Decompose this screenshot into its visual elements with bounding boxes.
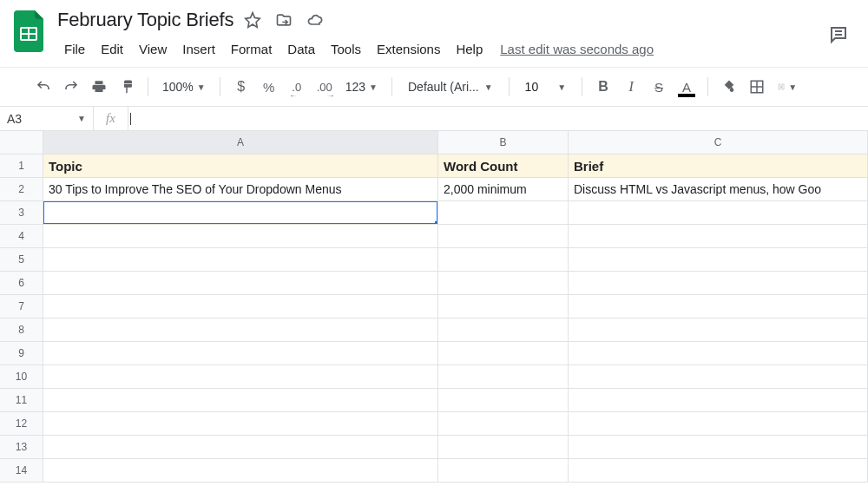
cell[interactable] bbox=[569, 436, 868, 459]
row-header[interactable]: 12 bbox=[0, 412, 43, 436]
cell[interactable] bbox=[43, 319, 438, 342]
currency-button[interactable]: $ bbox=[229, 75, 253, 99]
cell[interactable] bbox=[438, 248, 569, 272]
cell[interactable] bbox=[43, 365, 438, 389]
cell[interactable] bbox=[438, 459, 569, 483]
cell[interactable] bbox=[569, 459, 868, 483]
cell[interactable] bbox=[43, 342, 438, 365]
cell[interactable] bbox=[43, 295, 438, 319]
italic-button[interactable]: I bbox=[619, 75, 643, 99]
print-button[interactable] bbox=[87, 75, 111, 99]
cell[interactable] bbox=[438, 412, 569, 436]
cell[interactable] bbox=[438, 225, 569, 248]
menu-tools[interactable]: Tools bbox=[324, 38, 368, 60]
cell[interactable] bbox=[569, 295, 868, 319]
cell[interactable] bbox=[569, 342, 868, 365]
cell[interactable] bbox=[43, 389, 438, 412]
cell[interactable] bbox=[438, 365, 569, 389]
sheets-logo[interactable] bbox=[12, 10, 47, 45]
cell[interactable] bbox=[43, 459, 438, 483]
row-header[interactable]: 9 bbox=[0, 342, 43, 365]
zoom-dropdown[interactable]: 100%▼ bbox=[157, 75, 211, 99]
cell-c2[interactable]: Discuss HTML vs Javascript menus, how Go… bbox=[569, 178, 868, 201]
cell[interactable] bbox=[569, 365, 868, 389]
last-edit-link[interactable]: Last edit was seconds ago bbox=[500, 42, 654, 56]
cell[interactable] bbox=[43, 248, 438, 272]
strikethrough-button[interactable]: S bbox=[647, 75, 671, 99]
cell[interactable] bbox=[438, 319, 569, 342]
cell[interactable] bbox=[438, 389, 569, 412]
cell-b2[interactable]: 2,000 minimum bbox=[438, 178, 569, 201]
cell[interactable] bbox=[438, 295, 569, 319]
row-header[interactable]: 13 bbox=[0, 436, 43, 459]
cell[interactable] bbox=[569, 248, 868, 272]
formula-input[interactable] bbox=[131, 112, 868, 125]
cell[interactable] bbox=[569, 225, 868, 248]
undo-button[interactable] bbox=[31, 75, 56, 99]
menu-data[interactable]: Data bbox=[280, 38, 322, 60]
row-header[interactable]: 8 bbox=[0, 319, 43, 342]
number-format-dropdown[interactable]: 123▼ bbox=[340, 75, 383, 99]
star-icon[interactable] bbox=[244, 11, 261, 29]
row-header[interactable]: 10 bbox=[0, 365, 43, 389]
row-header[interactable]: 14 bbox=[0, 459, 43, 483]
font-size-dropdown[interactable]: 10▼ bbox=[518, 75, 573, 99]
menu-edit[interactable]: Edit bbox=[94, 38, 130, 60]
menu-format[interactable]: Format bbox=[224, 38, 279, 60]
cell[interactable] bbox=[569, 319, 868, 342]
row-header[interactable]: 6 bbox=[0, 272, 43, 295]
col-header-a[interactable]: A bbox=[43, 131, 438, 154]
cell-c1[interactable]: Brief bbox=[569, 154, 868, 178]
row-header[interactable]: 1 bbox=[0, 154, 43, 178]
cell[interactable] bbox=[43, 272, 438, 295]
chevron-down-icon: ▼ bbox=[77, 114, 86, 123]
row-header[interactable]: 2 bbox=[0, 178, 43, 201]
name-box[interactable]: A3▼ bbox=[0, 107, 94, 130]
col-header-c[interactable]: C bbox=[569, 131, 868, 154]
cell[interactable] bbox=[43, 412, 438, 436]
select-all-corner[interactable] bbox=[0, 131, 43, 154]
comments-icon[interactable] bbox=[828, 24, 849, 45]
redo-button[interactable] bbox=[59, 75, 83, 99]
bold-button[interactable]: B bbox=[591, 75, 615, 99]
increase-decimal-button[interactable]: .00→ bbox=[312, 75, 337, 99]
fill-color-button[interactable] bbox=[717, 75, 741, 99]
row-header[interactable]: 11 bbox=[0, 389, 43, 412]
doc-title[interactable]: February Topic Briefs bbox=[57, 9, 233, 31]
cell[interactable] bbox=[438, 436, 569, 459]
cell-b3[interactable] bbox=[438, 201, 569, 225]
cell[interactable] bbox=[569, 272, 868, 295]
row-header[interactable]: 5 bbox=[0, 248, 43, 272]
paint-format-button[interactable] bbox=[115, 75, 139, 99]
cell-a3[interactable] bbox=[43, 201, 438, 225]
merge-cells-dropdown[interactable]: ▼ bbox=[773, 75, 802, 99]
selection-handle[interactable] bbox=[435, 221, 438, 225]
row-header[interactable]: 3 bbox=[0, 201, 43, 225]
menu-extensions[interactable]: Extensions bbox=[370, 38, 447, 60]
text-color-button[interactable]: A bbox=[674, 75, 699, 99]
cell[interactable] bbox=[569, 412, 868, 436]
cell-a2[interactable]: 30 Tips to Improve The SEO of Your Dropd… bbox=[43, 178, 438, 201]
cell[interactable] bbox=[438, 342, 569, 365]
cell[interactable] bbox=[438, 272, 569, 295]
cell[interactable] bbox=[569, 389, 868, 412]
menu-file[interactable]: File bbox=[57, 38, 92, 60]
cell-a1[interactable]: Topic bbox=[43, 154, 438, 178]
menu-view[interactable]: View bbox=[132, 38, 174, 60]
font-family-dropdown[interactable]: Default (Ari...▼ bbox=[401, 75, 500, 99]
cell-b1[interactable]: Word Count bbox=[438, 154, 569, 178]
menu-help[interactable]: Help bbox=[449, 38, 490, 60]
percent-button[interactable]: % bbox=[257, 75, 281, 99]
cloud-status-icon[interactable] bbox=[306, 11, 324, 29]
row-header[interactable]: 4 bbox=[0, 225, 43, 248]
cell[interactable] bbox=[43, 225, 438, 248]
cell[interactable] bbox=[43, 436, 438, 459]
spreadsheet-grid[interactable]: A B C 1 Topic Word Count Brief 2 30 Tips… bbox=[0, 131, 868, 483]
borders-button[interactable] bbox=[745, 75, 769, 99]
col-header-b[interactable]: B bbox=[438, 131, 569, 154]
menu-insert[interactable]: Insert bbox=[175, 38, 222, 60]
move-icon[interactable] bbox=[275, 11, 293, 29]
cell-c3[interactable] bbox=[569, 201, 868, 225]
decrease-decimal-button[interactable]: .0← bbox=[285, 75, 309, 99]
row-header[interactable]: 7 bbox=[0, 295, 43, 319]
